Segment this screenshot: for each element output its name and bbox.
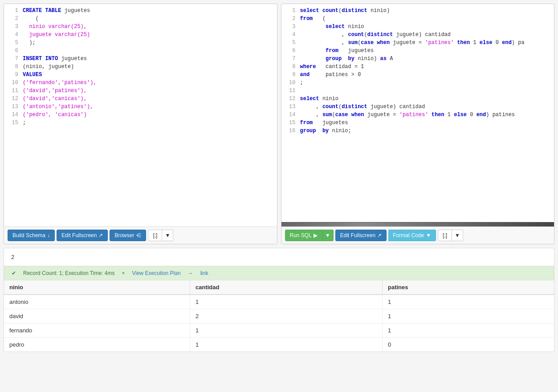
- code-line: 4 juguete varchar(25): [4, 31, 277, 39]
- left-edit-fullscreen-label: Edit Fullscreen: [61, 232, 97, 238]
- code-line: 9and patines > 0: [281, 71, 554, 79]
- table-row: antonio11: [4, 295, 554, 309]
- line-number: 7: [285, 55, 296, 63]
- code-line: 1CREATE TABLE juguetes: [4, 7, 277, 15]
- result-container: 2 ✔ Record Count: 1; Execution Time: 4ms…: [4, 248, 554, 352]
- line-content: juguete varchar(25): [23, 31, 90, 39]
- line-number: 8: [285, 63, 296, 71]
- fullscreen-icon-right: ↗: [377, 232, 382, 238]
- table-header: patines: [383, 280, 554, 295]
- browser-label: Browser: [114, 232, 134, 238]
- right-semicolon-label: [;]: [443, 232, 447, 238]
- line-number: 4: [8, 31, 18, 39]
- table-cell: 1: [383, 295, 554, 309]
- code-line: 15from juguetes: [281, 119, 554, 127]
- line-number: 1: [8, 7, 18, 15]
- right-edit-fullscreen-button[interactable]: Edit Fullscreen ↗: [335, 230, 387, 241]
- line-content: );: [23, 39, 36, 47]
- right-semicolon-button[interactable]: [;]: [438, 230, 452, 241]
- code-line: 10;: [281, 79, 554, 87]
- line-content: select ninio: [300, 23, 364, 31]
- right-edit-fullscreen-label: Edit Fullscreen: [340, 232, 375, 238]
- right-semicolon-dropdown[interactable]: ▼: [452, 230, 463, 241]
- code-line: 10('fernando','patines'),: [4, 79, 277, 87]
- run-icon: ▶: [314, 232, 318, 238]
- code-line: 3 ninio varchar(25),: [4, 23, 277, 31]
- code-line: 11('david','patines'),: [4, 87, 277, 95]
- table-cell: pedro: [4, 338, 190, 352]
- left-edit-fullscreen-button[interactable]: Edit Fullscreen ↗: [57, 230, 108, 241]
- fullscreen-icon-left: ↗: [98, 232, 103, 238]
- line-content: from (: [300, 15, 326, 23]
- code-line: 9VALUES: [4, 71, 277, 79]
- line-content: , count(distinct juguete) cantidad: [300, 103, 425, 111]
- line-number: 11: [8, 87, 18, 95]
- line-number: 12: [8, 95, 18, 103]
- left-code-area[interactable]: 1CREATE TABLE juguetes2 (3 ninio varchar…: [4, 4, 277, 226]
- table-cell: 2: [190, 309, 382, 323]
- left-semicolon-dropdown[interactable]: ▼: [162, 230, 173, 241]
- line-content: group by ninio) as A: [300, 55, 393, 63]
- run-sql-label: Run SQL: [290, 232, 312, 238]
- format-code-button[interactable]: Format Code ▼: [388, 230, 436, 241]
- right-scrollbar[interactable]: [281, 222, 554, 226]
- left-semicolon-button[interactable]: [;]: [148, 230, 162, 241]
- code-line: 13 , count(distinct juguete) cantidad: [281, 103, 554, 111]
- code-line: 11: [281, 87, 554, 95]
- view-execution-plan-link[interactable]: View Execution Plan: [132, 270, 180, 276]
- line-number: 9: [8, 71, 18, 79]
- line-content: ninio varchar(25),: [23, 23, 87, 31]
- line-number: 7: [8, 55, 18, 63]
- table-cell: 1: [383, 323, 554, 338]
- left-editor-toolbar: Build Schema ↓ Edit Fullscreen ↗ Browser…: [4, 226, 277, 244]
- code-line: 2from (: [281, 15, 554, 23]
- code-line: 7INSERT INTO juguetes: [4, 55, 277, 63]
- table-cell: antonio: [4, 295, 190, 309]
- browser-button[interactable]: Browser ⋲: [110, 230, 146, 241]
- line-content: ('antonio','patines'),: [23, 103, 93, 111]
- format-code-label: Format Code: [393, 232, 424, 238]
- code-line: 15;: [4, 119, 277, 127]
- line-number: 5: [285, 39, 296, 47]
- line-number: 2: [8, 15, 18, 23]
- line-number: 15: [8, 119, 18, 127]
- line-number: 14: [285, 111, 296, 119]
- right-semicolon-group: [;] ▼: [438, 230, 463, 241]
- line-number: 14: [8, 111, 18, 119]
- line-content: , sum(case when juguete = 'patines' then…: [300, 39, 525, 47]
- line-number: 3: [8, 23, 18, 31]
- run-sql-group: Run SQL ▶ ▼: [285, 230, 334, 241]
- right-code-area[interactable]: 1select count(distinct ninio)2from (3 se…: [281, 4, 554, 222]
- build-schema-label: Build Schema: [12, 232, 45, 238]
- line-content: ('pedro', 'canicas'): [23, 111, 87, 119]
- run-sql-dropdown[interactable]: ▼: [322, 230, 334, 241]
- main-container: 1CREATE TABLE juguetes2 (3 ninio varchar…: [0, 0, 558, 359]
- line-content: VALUES: [23, 71, 42, 79]
- table-row: pedro10: [4, 338, 554, 352]
- left-semicolon-group: [;] ▼: [148, 230, 173, 241]
- code-line: 5 );: [4, 39, 277, 47]
- link-link[interactable]: link: [200, 270, 208, 276]
- code-line: 12('david','canicas'),: [4, 95, 277, 103]
- table-header: ninio: [4, 280, 190, 295]
- code-line: 5 , sum(case when juguete = 'patines' th…: [281, 39, 554, 47]
- line-number: 4: [285, 31, 296, 39]
- line-content: from juguetes: [300, 47, 374, 55]
- table-row: fernando11: [4, 323, 554, 338]
- right-editor-toolbar: Run SQL ▶ ▼ Edit Fullscreen ↗ Format Cod…: [281, 226, 554, 244]
- scrollbar-track: [281, 222, 554, 226]
- line-content: select ninio: [300, 95, 338, 103]
- code-line: 2 (: [4, 15, 277, 23]
- line-number: 9: [285, 71, 296, 79]
- plus-icon: +: [122, 270, 125, 276]
- line-number: 2: [285, 15, 296, 23]
- line-content: ;: [23, 119, 26, 127]
- line-content: ('fernando','patines'),: [23, 79, 97, 87]
- line-number: 16: [285, 127, 296, 135]
- line-number: 10: [285, 79, 296, 87]
- line-content: ('david','canicas'),: [23, 95, 87, 103]
- line-number: 10: [8, 79, 18, 87]
- run-sql-button[interactable]: Run SQL ▶: [285, 230, 322, 241]
- line-number: 13: [285, 103, 296, 111]
- build-schema-button[interactable]: Build Schema ↓: [8, 230, 55, 241]
